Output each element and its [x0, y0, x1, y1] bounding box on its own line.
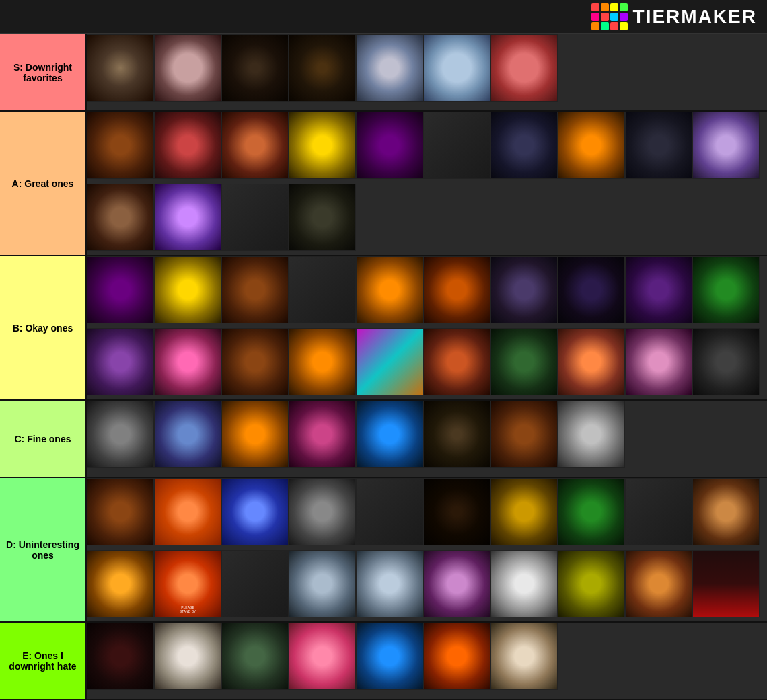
tier-row-a: A: Great ones [0, 112, 767, 256]
list-item[interactable] [154, 256, 221, 323]
list-item[interactable] [289, 34, 356, 102]
list-item[interactable] [289, 401, 356, 468]
list-item[interactable] [625, 112, 692, 179]
list-item[interactable] [221, 184, 289, 251]
list-item[interactable] [490, 550, 558, 617]
tier-row-s: S: Downright favorites [0, 34, 767, 112]
tier-row-e: E: Ones I downright hate [0, 623, 767, 700]
list-item[interactable] [490, 623, 558, 690]
list-item[interactable] [356, 328, 423, 395]
list-item[interactable] [625, 478, 692, 545]
tier-row-c: C: Fine ones [0, 401, 767, 478]
list-item[interactable] [558, 112, 625, 179]
tier-label-c: C: Fine ones [0, 401, 85, 477]
list-item[interactable] [692, 328, 760, 395]
tier-content-s [85, 34, 767, 110]
tier-label-a: A: Great ones [0, 112, 85, 255]
list-item[interactable] [87, 550, 154, 617]
list-item[interactable] [558, 550, 625, 617]
list-item[interactable] [423, 256, 490, 323]
list-item[interactable] [490, 112, 558, 179]
list-item[interactable] [692, 478, 760, 545]
list-item[interactable] [221, 478, 289, 545]
list-item[interactable] [423, 112, 490, 179]
list-item[interactable] [87, 478, 154, 545]
list-item[interactable] [87, 34, 154, 102]
list-item[interactable] [356, 256, 423, 323]
list-item[interactable] [87, 184, 154, 251]
list-item[interactable] [289, 623, 356, 690]
list-item[interactable] [289, 112, 356, 179]
tier-table: S: Downright favorites A: Great ones [0, 34, 767, 700]
tier-label-b: B: Okay ones [0, 256, 85, 399]
tiermaker-logo: TIERMAKER [591, 3, 757, 30]
tier-content-c [85, 401, 767, 477]
list-item[interactable] [625, 256, 692, 323]
list-item[interactable] [221, 112, 289, 179]
list-item[interactable] [154, 478, 221, 545]
list-item[interactable] [423, 328, 490, 395]
tier-label-s: S: Downright favorites [0, 34, 85, 110]
list-item[interactable] [221, 401, 289, 468]
list-item[interactable] [625, 550, 692, 617]
list-item[interactable] [221, 623, 289, 690]
list-item[interactable] [490, 256, 558, 323]
list-item[interactable] [154, 112, 221, 179]
tier-content-d: PLEASESTAND BY [85, 478, 767, 621]
list-item[interactable] [289, 184, 356, 251]
tier-row-d: D: Uninteresting ones PLEASESTAND BY [0, 478, 767, 623]
list-item[interactable] [154, 328, 221, 395]
list-item[interactable] [356, 478, 423, 545]
list-item[interactable] [423, 623, 490, 690]
list-item[interactable] [558, 256, 625, 323]
list-item[interactable] [154, 184, 221, 251]
list-item[interactable] [558, 478, 625, 545]
list-item[interactable] [289, 256, 356, 323]
tier-label-e: E: Ones I downright hate [0, 623, 85, 699]
top-bar: TIERMAKER [0, 0, 767, 34]
list-item[interactable] [423, 550, 490, 617]
list-item[interactable] [221, 256, 289, 323]
list-item[interactable] [87, 112, 154, 179]
list-item[interactable] [490, 34, 558, 102]
list-item[interactable] [490, 401, 558, 468]
list-item[interactable] [356, 623, 423, 690]
tier-content-b [85, 256, 767, 399]
tier-content-a [85, 112, 767, 255]
tier-content-e [85, 623, 767, 699]
list-item[interactable] [423, 34, 490, 102]
list-item[interactable] [87, 401, 154, 468]
list-item[interactable] [692, 550, 760, 617]
list-item[interactable] [423, 478, 490, 545]
list-item[interactable] [356, 550, 423, 617]
list-item[interactable] [289, 478, 356, 545]
list-item[interactable] [490, 478, 558, 545]
tier-label-d: D: Uninteresting ones [0, 478, 85, 621]
list-item[interactable] [289, 550, 356, 617]
list-item[interactable] [87, 328, 154, 395]
list-item[interactable] [423, 401, 490, 468]
list-item[interactable]: PLEASESTAND BY [154, 550, 221, 617]
list-item[interactable] [558, 401, 625, 468]
tier-row-b: B: Okay ones [0, 256, 767, 401]
list-item[interactable] [490, 328, 558, 395]
list-item[interactable] [221, 34, 289, 102]
list-item[interactable] [154, 34, 221, 102]
list-item[interactable] [692, 256, 760, 323]
list-item[interactable] [558, 328, 625, 395]
list-item[interactable] [625, 328, 692, 395]
list-item[interactable] [87, 623, 154, 690]
list-item[interactable] [356, 401, 423, 468]
list-item[interactable] [221, 550, 289, 617]
list-item[interactable] [87, 256, 154, 323]
list-item[interactable] [221, 328, 289, 395]
logo-text: TIERMAKER [633, 6, 757, 28]
list-item[interactable] [356, 34, 423, 102]
logo-grid [591, 3, 628, 30]
list-item[interactable] [356, 112, 423, 179]
list-item[interactable] [154, 401, 221, 468]
list-item[interactable] [289, 328, 356, 395]
list-item[interactable] [692, 112, 760, 179]
list-item[interactable] [154, 623, 221, 690]
